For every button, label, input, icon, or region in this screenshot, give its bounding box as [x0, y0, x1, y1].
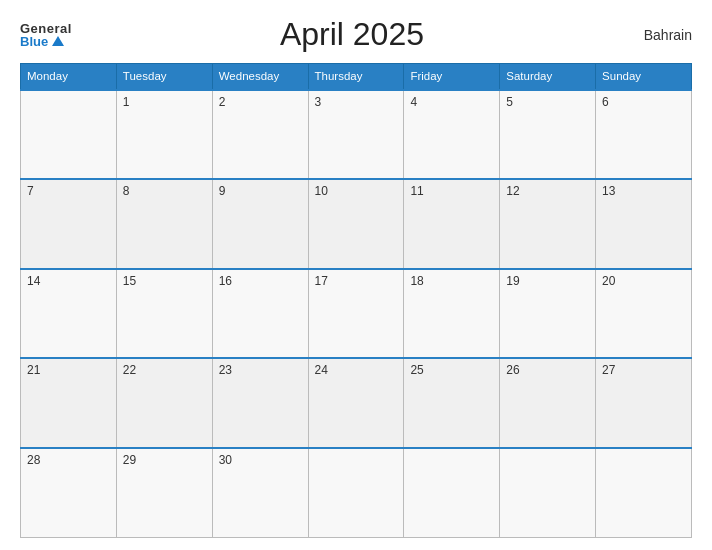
calendar-cell: 30 [212, 448, 308, 538]
calendar-cell: 25 [404, 358, 500, 448]
day-number: 9 [219, 184, 226, 198]
calendar-cell [500, 448, 596, 538]
calendar-cell [596, 448, 692, 538]
calendar-cell: 19 [500, 269, 596, 359]
calendar-cell: 5 [500, 90, 596, 180]
logo-triangle-icon [52, 36, 64, 46]
calendar-cell: 8 [116, 179, 212, 269]
calendar-cell: 22 [116, 358, 212, 448]
logo-general-text: General [20, 22, 72, 35]
day-number: 8 [123, 184, 130, 198]
calendar-cell: 16 [212, 269, 308, 359]
calendar-cell [21, 90, 117, 180]
logo: General Blue [20, 22, 72, 48]
day-number: 14 [27, 274, 40, 288]
calendar-cell: 15 [116, 269, 212, 359]
calendar-table: Monday Tuesday Wednesday Thursday Friday… [20, 63, 692, 538]
col-saturday: Saturday [500, 64, 596, 90]
calendar-week-row: 282930 [21, 448, 692, 538]
day-number: 5 [506, 95, 513, 109]
month-title: April 2025 [72, 16, 632, 53]
country-label: Bahrain [632, 27, 692, 43]
day-number: 6 [602, 95, 609, 109]
day-number: 23 [219, 363, 232, 377]
logo-blue-text: Blue [20, 35, 72, 48]
day-number: 4 [410, 95, 417, 109]
calendar-cell: 3 [308, 90, 404, 180]
day-number: 15 [123, 274, 136, 288]
day-number: 24 [315, 363, 328, 377]
calendar-page: General Blue April 2025 Bahrain Monday T… [0, 0, 712, 550]
col-tuesday: Tuesday [116, 64, 212, 90]
calendar-cell: 11 [404, 179, 500, 269]
day-number: 30 [219, 453, 232, 467]
day-number: 1 [123, 95, 130, 109]
day-number: 2 [219, 95, 226, 109]
calendar-cell: 26 [500, 358, 596, 448]
calendar-cell [404, 448, 500, 538]
calendar-cell: 2 [212, 90, 308, 180]
calendar-cell: 10 [308, 179, 404, 269]
calendar-cell: 7 [21, 179, 117, 269]
calendar-week-row: 78910111213 [21, 179, 692, 269]
day-number: 25 [410, 363, 423, 377]
calendar-cell: 1 [116, 90, 212, 180]
calendar-cell: 4 [404, 90, 500, 180]
day-number: 22 [123, 363, 136, 377]
calendar-cell: 18 [404, 269, 500, 359]
calendar-header-row: Monday Tuesday Wednesday Thursday Friday… [21, 64, 692, 90]
calendar-cell: 21 [21, 358, 117, 448]
day-number: 26 [506, 363, 519, 377]
day-number: 12 [506, 184, 519, 198]
day-number: 28 [27, 453, 40, 467]
day-number: 13 [602, 184, 615, 198]
calendar-week-row: 14151617181920 [21, 269, 692, 359]
col-sunday: Sunday [596, 64, 692, 90]
calendar-cell: 14 [21, 269, 117, 359]
day-number: 11 [410, 184, 423, 198]
day-number: 17 [315, 274, 328, 288]
day-number: 27 [602, 363, 615, 377]
day-number: 18 [410, 274, 423, 288]
calendar-cell: 12 [500, 179, 596, 269]
calendar-cell: 17 [308, 269, 404, 359]
col-wednesday: Wednesday [212, 64, 308, 90]
day-number: 21 [27, 363, 40, 377]
calendar-cell: 24 [308, 358, 404, 448]
day-number: 19 [506, 274, 519, 288]
calendar-cell: 9 [212, 179, 308, 269]
col-monday: Monday [21, 64, 117, 90]
calendar-cell: 23 [212, 358, 308, 448]
calendar-week-row: 123456 [21, 90, 692, 180]
day-number: 16 [219, 274, 232, 288]
calendar-cell: 27 [596, 358, 692, 448]
day-number: 10 [315, 184, 328, 198]
col-friday: Friday [404, 64, 500, 90]
calendar-cell: 29 [116, 448, 212, 538]
day-number: 20 [602, 274, 615, 288]
calendar-cell: 6 [596, 90, 692, 180]
day-number: 7 [27, 184, 34, 198]
calendar-week-row: 21222324252627 [21, 358, 692, 448]
day-number: 3 [315, 95, 322, 109]
calendar-cell: 13 [596, 179, 692, 269]
calendar-cell: 28 [21, 448, 117, 538]
col-thursday: Thursday [308, 64, 404, 90]
calendar-cell [308, 448, 404, 538]
header: General Blue April 2025 Bahrain [20, 16, 692, 53]
day-number: 29 [123, 453, 136, 467]
calendar-cell: 20 [596, 269, 692, 359]
